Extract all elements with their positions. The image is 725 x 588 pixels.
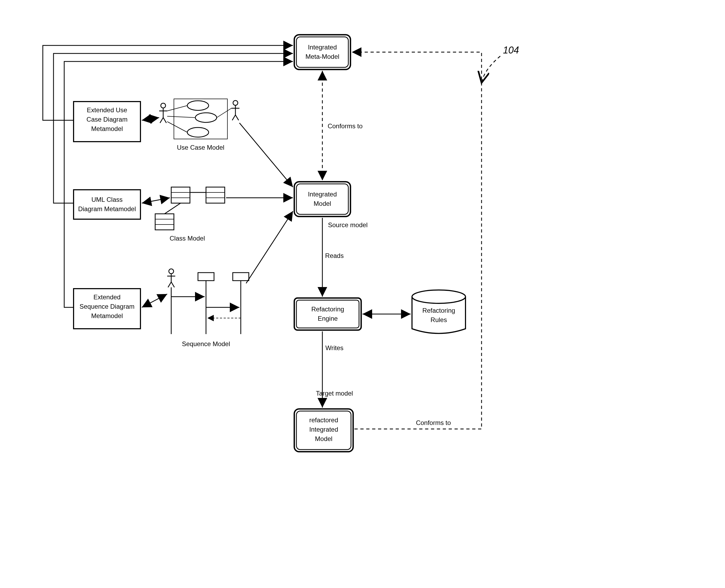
extended-sequence-metamodel-box: Extended Sequence Diagram Metamodel (74, 289, 140, 329)
uml-class-metamodel-box: UML Class Diagram Metamodel (74, 190, 140, 219)
integrated-meta-model-box: Integrated Meta-Model (294, 35, 350, 69)
svg-line-24 (232, 115, 236, 120)
svg-rect-54 (233, 273, 249, 281)
refactoring-rules-db: Refactoring Rules (412, 290, 465, 334)
reference-number: 104 (503, 45, 519, 56)
svg-text:Refactoring: Refactoring (311, 306, 344, 313)
svg-text:Extended Use: Extended Use (87, 106, 127, 113)
svg-text:Metamodel: Metamodel (91, 312, 123, 319)
svg-text:Conforms to: Conforms to (416, 419, 451, 426)
svg-text:Case Diagram: Case Diagram (86, 116, 127, 123)
svg-rect-1 (297, 37, 348, 67)
svg-line-44 (164, 203, 181, 214)
svg-text:Integrated: Integrated (308, 191, 337, 198)
svg-line-78 (142, 294, 167, 307)
svg-text:Model: Model (315, 435, 332, 442)
svg-rect-61 (297, 184, 348, 214)
actor-icon (159, 103, 167, 123)
refactored-model-box: refactored Integrated Model (294, 409, 353, 452)
class-model-diagram: Class Model (155, 187, 225, 242)
sequence-model-diagram: Sequence Model (167, 269, 249, 348)
svg-text:Reads: Reads (325, 252, 343, 259)
svg-line-19 (160, 118, 163, 123)
actor-icon (231, 101, 239, 120)
svg-line-76 (142, 118, 159, 120)
svg-rect-37 (206, 187, 225, 203)
svg-text:Use Case Model: Use Case Model (177, 144, 224, 151)
extended-usecase-metamodel-box: Extended Use Case Diagram Metamodel (74, 102, 140, 142)
svg-text:Integrated: Integrated (309, 426, 338, 433)
svg-rect-52 (198, 273, 214, 281)
svg-text:Class Model: Class Model (169, 235, 205, 242)
svg-point-21 (233, 101, 238, 105)
svg-rect-41 (155, 214, 174, 230)
svg-text:Engine: Engine (318, 315, 338, 322)
svg-point-27 (195, 113, 217, 122)
svg-rect-34 (171, 187, 190, 203)
svg-line-77 (142, 198, 170, 203)
svg-rect-8 (74, 190, 140, 219)
svg-line-49 (168, 282, 171, 287)
svg-text:Source model: Source model (328, 221, 367, 229)
svg-text:Model: Model (314, 200, 331, 207)
svg-point-26 (187, 101, 209, 110)
svg-line-81 (246, 211, 293, 283)
refactoring-engine-box: Refactoring Engine (294, 298, 361, 330)
svg-point-46 (169, 269, 174, 274)
svg-text:Extended: Extended (93, 293, 120, 301)
svg-point-68 (412, 290, 465, 303)
svg-text:Target model: Target model (316, 390, 353, 397)
svg-text:Conforms to: Conforms to (328, 122, 363, 130)
svg-line-79 (239, 123, 293, 187)
svg-text:refactored: refactored (309, 416, 338, 424)
actor-icon (167, 269, 175, 287)
svg-text:Writes: Writes (325, 344, 343, 352)
integrated-model-box: Integrated Model (294, 182, 350, 216)
svg-text:Rules: Rules (430, 316, 447, 323)
svg-point-16 (161, 103, 166, 108)
svg-text:Metamodel: Metamodel (91, 125, 123, 132)
svg-text:UML Class: UML Class (92, 196, 122, 203)
svg-rect-65 (297, 300, 359, 328)
svg-text:Meta-Model: Meta-Model (305, 53, 340, 60)
usecase-model-diagram: Use Case Model (159, 99, 239, 151)
svg-line-20 (163, 118, 166, 123)
svg-text:Sequence Diagram: Sequence Diagram (79, 303, 134, 310)
svg-line-50 (171, 282, 175, 287)
svg-text:Refactoring: Refactoring (422, 307, 455, 314)
svg-text:Diagram Metamodel: Diagram Metamodel (78, 205, 136, 212)
svg-line-25 (236, 115, 239, 120)
svg-point-28 (187, 127, 209, 137)
svg-text:Integrated: Integrated (308, 44, 337, 51)
svg-text:Sequence Model: Sequence Model (182, 340, 230, 348)
